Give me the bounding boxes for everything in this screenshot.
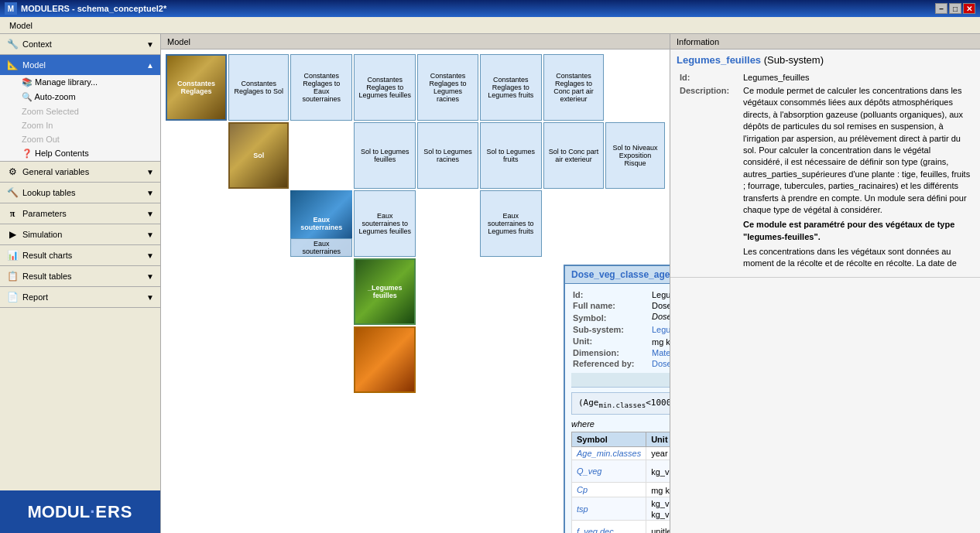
expr-row-symbol[interactable]: Age_min.classes [572,447,646,460]
legumes-feuilles-image: _Legumes feuilles [355,260,414,323]
sidebar-auto-zoom[interactable]: 🔍 Auto-zoom [0,90,160,104]
sidebar-item-general-variables[interactable]: ⚙ General variables [0,162,160,182]
expr-row-symbol[interactable]: Q_veg [572,460,646,483]
close-button[interactable]: ✕ [963,3,975,14]
info-id-label: Id: [678,72,740,83]
model-cell-sol[interactable]: Sol [228,122,289,189]
expr-popup-body: Id: Legumes_feuilles.Dose_veg_classe_age… [565,284,670,533]
sidebar-section-simulation: ▶ Simulation [0,224,160,245]
expr-dimension-value[interactable]: Materials,Classes_d'age [652,348,670,357]
lookup-tables-label: Lookup tables [22,188,76,197]
info-desc-value: Ce module permet de calculer les concent… [742,84,972,271]
model-cell-sol-to-conc[interactable]: Sol to Conc partair exterieur [543,122,604,189]
expr-table-row: tspkg_vegsec kg_vegfrais-1Teneur en mati… [572,497,671,521]
info-module-name[interactable]: Legumes_feuilles [677,54,761,66]
sidebar-item-context[interactable]: 🔧 Context [0,34,160,54]
sidebar-item-result-tables[interactable]: 📋 Result tables [0,266,160,286]
model-cell-eaux-to-lf[interactable]: Eauxsouterraines toLegumes feuilles [354,190,416,257]
sidebar-item-simulation[interactable]: ▶ Simulation [0,224,160,244]
expr-field-unit: Unit: mg kg-1 d-1 [573,336,670,347]
expr-row-symbol[interactable]: tsp [572,497,646,521]
window-controls: – □ ✕ [935,3,975,14]
info-header: Information [670,34,980,50]
maximize-button[interactable]: □ [949,3,961,14]
sidebar-zoom-selected: Zoom Selected [0,104,160,118]
model-cell-cr-to-sol[interactable]: ConstantesReglages to Sol [228,54,289,121]
model-row-2: Sol Sol to Legumesfeuilles Sol to Legume… [166,122,665,189]
app-title: MODULERS - schema_conceptuel2* [21,4,166,13]
result-tables-label: Result tables [22,272,72,281]
model-cell-eaux-to-lfr[interactable]: Eauxsouterraines toLegumes fruits [480,190,542,257]
model-cell-cr-to-legumes-r[interactable]: ConstantesReglages toLegumesracines [417,54,478,121]
info-desc-bold: Ce module est paramétré pour des végétau… [743,219,971,243]
sidebar-help-contents[interactable]: ❓ Help Contents [0,146,160,161]
model-cell-row5[interactable] [354,326,416,393]
expr-title-suffix: (Expression) [670,269,670,280]
titlebar: M MODULERS - schema_conceptuel2* – □ ✕ [0,0,980,17]
expression-popup: Dose_veg_classe_age (Expression) Id: Leg… [564,265,670,533]
model-cell-constantes-reglages[interactable]: ConstantesReglages [166,54,227,121]
expr-row-unit: kg_vegfrais d-1 [646,460,670,483]
model-cell-cr-to-legumes-f[interactable]: ConstantesReglages toLegumes feuilles [354,54,416,121]
sidebar-item-model[interactable]: 📐 Model [0,55,160,75]
model-chevron [146,61,154,70]
expr-row-unit: mg kg_vegsec-1 [646,483,670,497]
expr-field-id: Id: Legumes_feuilles.Dose_veg_classe_age [573,290,670,299]
info-panel: Information Legumes_feuilles (Sub-system… [670,34,980,533]
model-cell-legumes-feuilles[interactable]: _Legumes feuilles [354,258,416,325]
model-header-text: Model [167,37,190,46]
expr-table-row: f_veg.decunitlessFacteur de décontaminat… [572,521,671,533]
constantes-reglages-image: ConstantesReglages [167,56,225,119]
expr-fullname-label: Full name: [573,301,650,310]
expr-row-symbol[interactable]: f_veg.dec [572,521,646,533]
expr-formula: (Agemin.classes<1000000.0)·(Qveg·Cp·tsp·… [571,392,670,415]
info-section-title: Legumes_feuilles (Sub-system) Id: Legume… [670,50,980,278]
sidebar-section-model: 📐 Model 📚 Manage library... 🔍 Auto-zoom … [0,55,160,162]
sidebar-item-report[interactable]: 📄 Report [0,287,160,307]
expr-title[interactable]: Dose_veg_classe_age [571,269,670,280]
model-label: Model [22,60,46,70]
expr-subsystem-label: Sub-system: [573,325,650,334]
info-id-row: Id: Legumes_feuilles [678,72,972,83]
logo-text2: ERS [95,502,132,522]
expr-table-row: Cpmg kg_vegsec-1Concentration dans la pl… [572,483,671,497]
menu-model[interactable]: Model [3,19,39,32]
model-cell-empty-r4c3 [290,258,352,325]
model-cell-cr-to-conc-part[interactable]: ConstantesReglages toConc part airexteri… [543,54,604,121]
sidebar-manage-library[interactable]: 📚 Manage library... [0,75,160,90]
sidebar-item-lookup-tables[interactable]: 🔨 Lookup tables [0,183,160,203]
model-cell-sol-to-lfr[interactable]: Sol to Legumesfruits [480,122,542,189]
expr-where: where [571,419,670,429]
expr-col-unit: Unit [646,432,670,447]
model-cell-empty-r4c2 [228,258,289,325]
eaux-to-sol-overlay: Eauxsouterraines [290,238,352,257]
expr-row-unit: year [646,447,670,460]
model-header: Model [161,34,670,50]
model-cell-sol-to-lr[interactable]: Sol to Legumesracines [417,122,478,189]
sidebar-item-parameters[interactable]: π Parameters [0,203,160,224]
parameters-icon: π [6,207,19,220]
expr-col-symbol: Symbol [572,432,646,447]
expr-row-unit: unitless [646,521,670,533]
model-row-3: Eauxsouterraines Eauxsouterraines Eauxso… [166,190,665,257]
expr-row-symbol[interactable]: Cp [572,483,646,497]
sidebar-section-general-variables: ⚙ General variables [0,162,160,183]
model-cell-sol-to-niveaux[interactable]: Sol to NiveauxExpositionRisque [605,122,665,189]
model-cell-sol-to-lf[interactable]: Sol to Legumesfeuilles [354,122,416,189]
expression-section-header: Expression [571,373,670,388]
expr-referenced-value[interactable]: Dose_veg_individu [652,359,670,368]
report-chevron [146,293,154,302]
model-cell-cr-to-eaux[interactable]: ConstantesReglages toEauxsouterraines [290,54,352,121]
model-cell-eaux-souterraines[interactable]: Eauxsouterraines Eauxsouterraines [290,190,352,257]
model-cell-empty-r2c3 [290,122,352,189]
parameters-chevron [146,210,154,218]
minimize-button[interactable]: – [935,3,947,14]
expr-fullname-value: Dose d'exposition par ingestion de produ… [652,301,670,310]
sidebar-zoom-in: Zoom In [0,118,160,132]
model-cell-empty-r5c2 [228,326,289,393]
info-description-row: Description: Ce module permet de calcule… [678,84,972,271]
expr-subsystem-value[interactable]: Legumes_feuilles [652,325,670,334]
sidebar-zoom-out: Zoom Out [0,132,160,146]
model-cell-cr-to-legumes-fr[interactable]: ConstantesReglages toLegumes fruits [480,54,542,121]
sidebar-item-result-charts[interactable]: 📊 Result charts [0,245,160,265]
